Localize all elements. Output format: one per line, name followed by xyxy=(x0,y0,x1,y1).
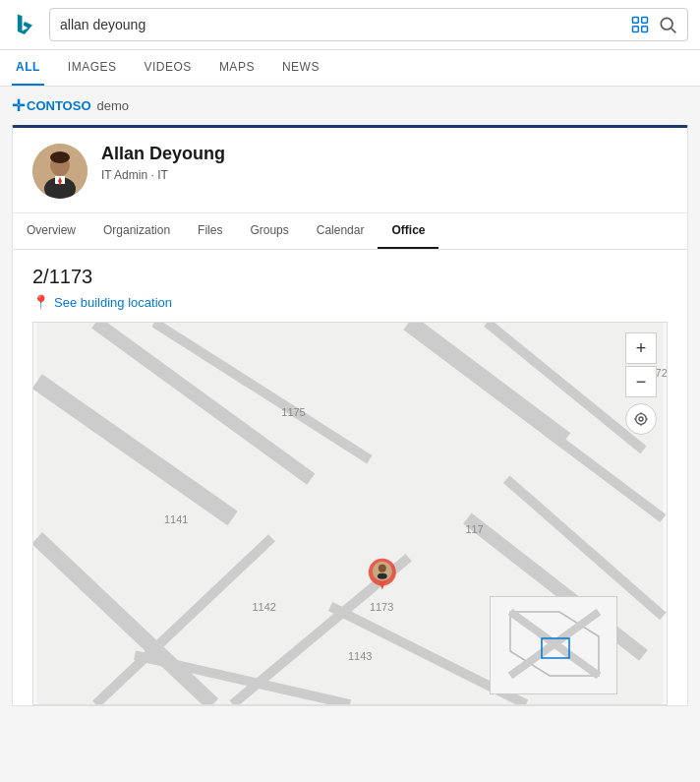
avatar xyxy=(32,144,88,199)
svg-rect-3 xyxy=(633,27,639,32)
contoso-name: CONTOSO xyxy=(27,98,91,113)
see-building-link[interactable]: 📍 See building location xyxy=(32,294,668,310)
svg-point-37 xyxy=(378,573,387,579)
location-pin-icon: 📍 xyxy=(32,294,49,310)
content-area: ✛ CONTOSO demo xyxy=(0,87,700,716)
svg-text:1143: 1143 xyxy=(348,650,372,662)
tab-calendar[interactable]: Calendar xyxy=(303,213,379,249)
search-input[interactable] xyxy=(60,17,622,32)
svg-text:1142: 1142 xyxy=(253,601,276,613)
profile-name: Allan Deyoung xyxy=(101,144,225,164)
contoso-cross-icon: ✛ xyxy=(12,96,25,115)
locate-button[interactable] xyxy=(625,403,657,435)
tab-maps[interactable]: MAPS xyxy=(215,50,259,86)
svg-text:117: 117 xyxy=(465,523,483,535)
tab-files[interactable]: Files xyxy=(184,213,236,249)
profile-card: Allan Deyoung IT Admin · IT Overview Org… xyxy=(12,125,688,250)
office-room: 2/1173 xyxy=(32,266,668,288)
profile-header: Allan Deyoung IT Admin · IT xyxy=(32,144,668,199)
zoom-out-button[interactable]: − xyxy=(625,366,657,397)
tab-organization[interactable]: Organization xyxy=(89,213,184,249)
svg-line-5 xyxy=(671,29,676,33)
search-bar xyxy=(49,8,688,41)
tab-news[interactable]: NEWS xyxy=(278,50,323,86)
zoom-in-button[interactable]: + xyxy=(625,332,657,364)
svg-text:1173: 1173 xyxy=(370,601,393,613)
search-icon[interactable] xyxy=(658,15,677,34)
tab-overview[interactable]: Overview xyxy=(13,213,89,249)
profile-info: Allan Deyoung IT Admin · IT xyxy=(101,144,225,182)
see-building-label: See building location xyxy=(54,295,172,310)
camera-icon[interactable] xyxy=(630,15,650,34)
header xyxy=(0,0,700,50)
tab-videos[interactable]: VIDEOS xyxy=(141,50,196,86)
tab-all[interactable]: ALL xyxy=(12,50,44,86)
map-controls: + − xyxy=(625,332,657,435)
svg-point-4 xyxy=(661,18,672,30)
office-content: 2/1173 📍 See building location xyxy=(12,250,688,706)
bing-logo xyxy=(12,11,39,38)
contoso-demo-text: demo xyxy=(97,98,130,113)
tab-office[interactable]: Office xyxy=(378,213,438,249)
svg-rect-1 xyxy=(642,18,648,24)
svg-rect-2 xyxy=(642,27,648,32)
svg-point-8 xyxy=(50,151,70,163)
contoso-banner: ✛ CONTOSO demo xyxy=(12,96,688,115)
svg-text:1175: 1175 xyxy=(281,406,305,418)
contoso-logo: ✛ CONTOSO xyxy=(12,96,91,115)
nav-tabs: ALL IMAGES VIDEOS MAPS NEWS xyxy=(0,50,700,87)
svg-point-38 xyxy=(639,417,643,421)
tab-groups[interactable]: Groups xyxy=(236,213,302,249)
map-container: 1172 1175 1141 1142 1143 117 1173 xyxy=(32,322,668,705)
svg-point-36 xyxy=(379,565,386,572)
svg-text:1141: 1141 xyxy=(164,513,188,525)
svg-point-39 xyxy=(636,414,647,425)
profile-subtitle: IT Admin · IT xyxy=(101,168,225,182)
profile-tabs: Overview Organization Files Groups Calen… xyxy=(13,212,687,249)
tab-images[interactable]: IMAGES xyxy=(64,50,121,86)
minimap xyxy=(490,596,617,694)
svg-rect-0 xyxy=(633,18,639,24)
